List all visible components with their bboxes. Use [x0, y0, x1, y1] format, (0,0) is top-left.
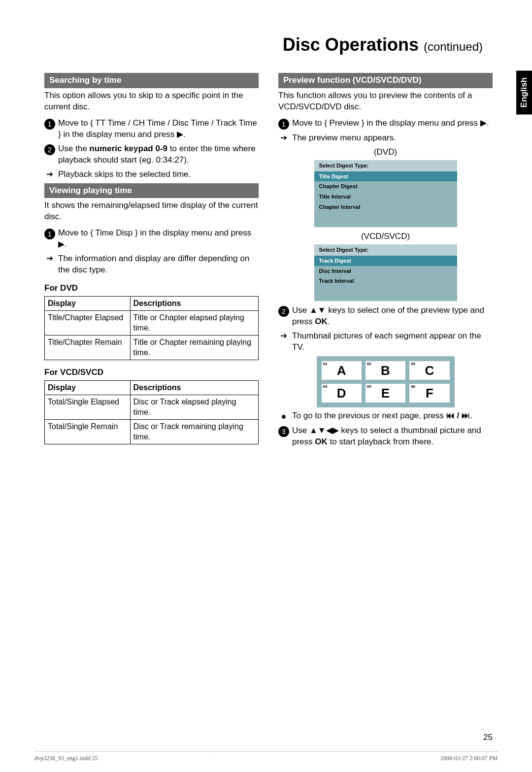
vcd-digest-item: Disc Interval	[314, 266, 457, 276]
searching-intro: This option allows you to skip to a spec…	[44, 90, 259, 113]
viewing-step1: Move to { Time Disp } in the display men…	[58, 228, 259, 250]
section-viewing-playing-time: Viewing playing time	[44, 183, 259, 199]
step-number-2: 2	[44, 144, 55, 155]
thumbnail: 02B	[366, 361, 405, 380]
searching-step1: Move to { TT Time / CH Time / Disc Time …	[58, 118, 259, 140]
vcd-digest-item: Track Interval	[314, 276, 457, 286]
dvd-digest-item: Chapter Interval	[314, 202, 457, 212]
vcd-r2c2: Disc or Track remaining playing time.	[130, 419, 258, 444]
dvd-display-table: Display Descriptions Title/Chapter Elaps…	[44, 296, 259, 360]
thumbnail: 06F	[409, 384, 449, 403]
preview-intro: This function allows you to preview the …	[278, 90, 493, 113]
preview-result2: Thumbnail pictures of each segment appea…	[292, 331, 493, 353]
result-arrow-icon: ➔	[278, 331, 289, 353]
searching-result: Playback skips to the selected time.	[58, 169, 191, 180]
dvd-digest-item: Chapter Digest	[314, 181, 457, 192]
thumbnail: 03C	[409, 361, 449, 380]
vcd-digest-header: Select Digest Type:	[314, 244, 457, 256]
preview-result1: The preview menu appears.	[292, 133, 396, 144]
vcd-digest-menu: Select Digest Type: Track Digest Disc In…	[314, 244, 457, 301]
vcd-r2c1: Total/Single Remain	[45, 419, 131, 444]
preview-step2: Use ▲▼ keys to select one of the preview…	[292, 305, 493, 328]
viewing-intro: It shows the remaining/elapsed time disp…	[44, 200, 259, 223]
footer: dvp3258_93_eng1.indd 25 2008-03-27 2:00:…	[34, 751, 498, 762]
result-arrow-icon: ➔	[44, 253, 55, 276]
thumbnail: 05E	[366, 384, 405, 403]
vcd-caption: (VCD/SVCD)	[278, 231, 493, 242]
title-continued: (continued)	[424, 40, 483, 53]
title-main: Disc Operations	[283, 34, 424, 55]
dvd-digest-selected: Title Digest	[314, 171, 457, 182]
preview-step3: Use ▲▼◀▶ keys to select a thumbnail pict…	[292, 425, 493, 448]
dvd-th-descriptions: Descriptions	[130, 297, 258, 311]
dvd-digest-item: Title Interval	[314, 192, 457, 202]
dvd-r1c2: Title or Chapter elapsed playing time.	[130, 310, 258, 335]
thumbnail-grid: 01A 02B 03C 04D 05E 06F	[317, 356, 455, 407]
result-arrow-icon: ➔	[278, 133, 289, 144]
dvd-r2c1: Title/Chapter Remain	[45, 335, 131, 360]
step-number-1: 1	[44, 119, 55, 130]
thumbnail: 04D	[322, 384, 362, 403]
vcd-th-descriptions: Descriptions	[130, 380, 258, 395]
searching-step2: Use the numeric keypad 0-9 to enter the …	[58, 143, 259, 166]
dvd-caption: (DVD)	[278, 147, 493, 158]
left-column: Searching by time This option allows you…	[44, 70, 259, 451]
step-number-1: 1	[278, 119, 289, 130]
for-vcd-label: For VCD/SVCD	[44, 367, 259, 378]
preview-step1: Move to { Preview } in the display menu …	[292, 118, 493, 130]
for-dvd-label: For DVD	[44, 283, 259, 294]
step-number-3: 3	[278, 426, 289, 437]
vcd-r1c1: Total/Single Elapsed	[45, 395, 131, 419]
dvd-digest-header: Select Digest Type:	[314, 160, 457, 171]
step-number-2: 2	[278, 306, 289, 317]
result-arrow-icon: ➔	[44, 169, 55, 180]
section-preview-function: Preview function (VCD/SVCD/DVD)	[278, 73, 493, 88]
vcd-display-table: Display Descriptions Total/Single Elapse…	[44, 380, 259, 444]
vcd-digest-selected: Track Digest	[314, 256, 457, 266]
thumbnail: 01A	[322, 361, 362, 380]
dvd-r2c2: Title or Chapter remaining playing time.	[130, 335, 258, 360]
right-column: Preview function (VCD/SVCD/DVD) This fun…	[278, 70, 493, 451]
page-title: Disc Operations (continued)	[44, 34, 493, 55]
viewing-result: The information and display are differ d…	[58, 253, 259, 276]
dvd-digest-menu: Select Digest Type: Title Digest Chapter…	[314, 160, 457, 227]
section-searching-by-time: Searching by time	[44, 73, 259, 88]
page-number: 25	[483, 733, 493, 742]
vcd-th-display: Display	[45, 380, 131, 395]
dvd-th-display: Display	[45, 297, 131, 311]
language-tab: English	[516, 70, 532, 114]
footer-timestamp: 2008-03-27 2:00:07 PM	[440, 755, 498, 762]
step-number-1: 1	[44, 229, 55, 239]
preview-bullet1: To go to the previous or next page, pres…	[292, 410, 472, 422]
footer-filename: dvp3258_93_eng1.indd 25	[34, 755, 98, 762]
bullet-icon: ●	[278, 410, 289, 422]
vcd-r1c2: Disc or Track elapsed playing time.	[130, 395, 258, 419]
dvd-r1c1: Title/Chapter Elapsed	[45, 310, 131, 335]
